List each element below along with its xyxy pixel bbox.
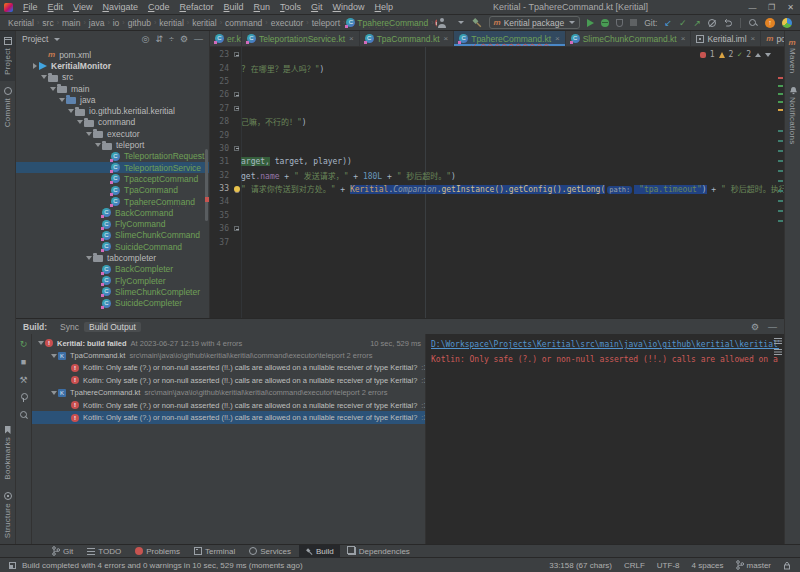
fold-marker-icon[interactable]	[234, 106, 239, 111]
build-settings-icon[interactable]: ⚒	[19, 375, 27, 385]
menu-build[interactable]: Build	[218, 2, 248, 12]
fold-marker-icon[interactable]	[234, 92, 239, 97]
project-tree-item[interactable]: tabcompleter	[16, 252, 209, 263]
toolwindow-button-build[interactable]: Build	[299, 545, 340, 558]
project-tree-item[interactable]: CSlimeChunkCompleter	[16, 286, 209, 297]
sidebar-stripe-project[interactable]: Project	[0, 31, 15, 81]
chevron-down-icon[interactable]	[54, 38, 60, 41]
soft-wrap-icon[interactable]	[774, 337, 782, 345]
build-tree-row[interactable]: !Kotlin: Only safe (?.) or non-null asse…	[32, 374, 425, 386]
expanded-chevron-icon[interactable]	[67, 109, 75, 113]
project-tree-item[interactable]: CTpaCommand	[16, 185, 209, 196]
expanded-chevron-icon[interactable]	[76, 120, 84, 124]
editor-tab[interactable]: CSlimeChunkCommand.kt	[566, 31, 692, 46]
expanded-chevron-icon[interactable]	[49, 354, 58, 358]
project-tree-item[interactable]: CSuicideCompleter	[16, 298, 209, 309]
menu-code[interactable]: Code	[143, 2, 175, 12]
menu-window[interactable]: Window	[328, 2, 370, 12]
breadcrumb-class[interactable]: TpahereCommand	[355, 18, 430, 28]
project-tree-item[interactable]: CFlyCompleter	[16, 275, 209, 286]
project-tree-item[interactable]: command	[16, 117, 209, 128]
search-everywhere-icon[interactable]	[748, 18, 758, 28]
toolwindow-button-problems[interactable]: Problems	[129, 545, 186, 558]
editor-tab[interactable]: Cer.kt	[210, 31, 242, 46]
vcs-rollback-icon[interactable]	[708, 19, 716, 27]
build-tree-row[interactable]: KTpaCommand.ktsrc\main\java\io\github\ke…	[32, 349, 425, 361]
gear-icon[interactable]: ⚙	[751, 322, 759, 332]
gear-icon[interactable]: ⚙	[180, 34, 188, 44]
line-ending-select[interactable]: CRLF	[624, 561, 645, 570]
toolwindow-button-terminal[interactable]: Terminal	[188, 545, 241, 558]
menu-run[interactable]: Run	[249, 2, 276, 12]
collapse-all-icon[interactable]: ÷	[169, 34, 174, 44]
inspect-icon[interactable]	[19, 410, 29, 420]
toolwindow-button-git[interactable]: Git	[46, 545, 79, 558]
project-tree-item[interactable]: CTpahereCommand	[16, 196, 209, 207]
close-tab-icon[interactable]	[751, 34, 756, 43]
pin-icon[interactable]	[20, 393, 28, 402]
project-tree-item[interactable]: executor	[16, 128, 209, 139]
minimize-icon[interactable]	[743, 3, 762, 12]
ide-update-icon[interactable]: ↑	[765, 18, 775, 28]
breadcrumb-item[interactable]: keritial	[190, 18, 219, 28]
indent-select[interactable]: 4 spaces	[692, 561, 724, 570]
menu-refactor[interactable]: Refactor	[174, 2, 218, 12]
project-tree-item[interactable]: src	[16, 72, 209, 83]
build-tree-row[interactable]: KTpahereCommand.ktsrc\main\java\io\githu…	[32, 387, 425, 399]
intention-bulb-icon[interactable]	[234, 186, 240, 192]
breadcrumb-item[interactable]: Keritial	[6, 18, 36, 28]
undo-icon[interactable]	[723, 18, 733, 28]
hide-panel-icon[interactable]: —	[768, 322, 777, 332]
sidebar-stripe-bookmarks[interactable]: Bookmarks	[0, 420, 15, 486]
tool-window-widget-icon[interactable]	[9, 562, 16, 569]
chevron-down-icon[interactable]	[458, 21, 464, 24]
menu-tools[interactable]: Tools	[275, 2, 306, 12]
sidebar-stripe-commit[interactable]: Commit	[0, 81, 15, 133]
hide-panel-icon[interactable]: —	[194, 34, 203, 44]
fold-marker-icon[interactable]	[234, 226, 239, 231]
build-tab-sync[interactable]: Sync	[55, 322, 84, 332]
fold-marker-icon[interactable]	[234, 52, 239, 57]
git-branch-widget[interactable]: master	[736, 560, 771, 570]
close-icon[interactable]	[781, 3, 800, 12]
vcs-push-icon[interactable]: ↗	[693, 18, 701, 28]
build-tree-row[interactable]: !Keritial: build failedAt 2023-06-27 12:…	[32, 337, 425, 349]
project-tree-item[interactable]: teleport	[16, 139, 209, 150]
project-tree-item[interactable]: CSuicideCommand	[16, 241, 209, 252]
build-tree-row[interactable]: !Kotlin: Only safe (?.) or non-null asse…	[32, 411, 425, 423]
build-hammer-icon[interactable]	[471, 17, 482, 28]
ide-notification-icon[interactable]	[782, 18, 792, 28]
menu-help[interactable]: Help	[370, 2, 399, 12]
user-avatar-icon[interactable]	[437, 18, 449, 28]
vcs-update-icon[interactable]: ↙	[664, 18, 672, 28]
project-view-title[interactable]: Project	[22, 34, 48, 44]
sidebar-stripe-maven[interactable]: mMaven	[785, 31, 800, 80]
code-editor[interactable]: 2324? 在哪里？是人吗？")25262728己嘛，不行的！")293031a…	[210, 47, 784, 318]
next-problem-icon[interactable]	[765, 53, 771, 57]
project-tree-item[interactable]: CTeleportationService	[16, 162, 209, 173]
run-configuration-select[interactable]: m Keritial package	[489, 16, 581, 29]
console-file-link[interactable]: D:\Workspace\Projects\Keritial\src\main\…	[431, 338, 779, 353]
expanded-chevron-icon[interactable]	[85, 132, 93, 136]
breadcrumb-item[interactable]: executor	[269, 18, 306, 28]
expanded-chevron-icon[interactable]	[40, 75, 48, 79]
locate-file-icon[interactable]: ◎	[142, 34, 150, 44]
menu-view[interactable]: View	[68, 2, 97, 12]
expanded-chevron-icon[interactable]	[85, 256, 93, 260]
vcs-commit-check-icon[interactable]: ✓	[679, 18, 687, 28]
breadcrumb-item[interactable]: github	[126, 18, 153, 28]
project-tree-item[interactable]: CBackCompleter	[16, 264, 209, 275]
project-tree-item[interactable]: CTpacceptCommand	[16, 173, 209, 184]
breadcrumb-item[interactable]: teleport	[310, 18, 342, 28]
build-tab-build-output[interactable]: Build Output	[84, 322, 141, 332]
build-tree-row[interactable]: !Kotlin: Only safe (?.) or non-null asse…	[32, 399, 425, 411]
editor-tab[interactable]: Keritial.iml	[691, 31, 761, 46]
expand-all-icon[interactable]: ⇵	[155, 34, 163, 44]
expanded-chevron-icon[interactable]	[58, 98, 66, 102]
toolwindow-button-todo[interactable]: TODO	[81, 545, 127, 558]
stop-button[interactable]	[630, 19, 637, 26]
project-tree-item[interactable]: io.github.keritial.keritial	[16, 105, 209, 116]
toolwindow-button-dependencies[interactable]: Dependencies	[342, 545, 416, 558]
breadcrumb-item[interactable]: main	[60, 18, 82, 28]
run-button[interactable]	[587, 19, 594, 27]
